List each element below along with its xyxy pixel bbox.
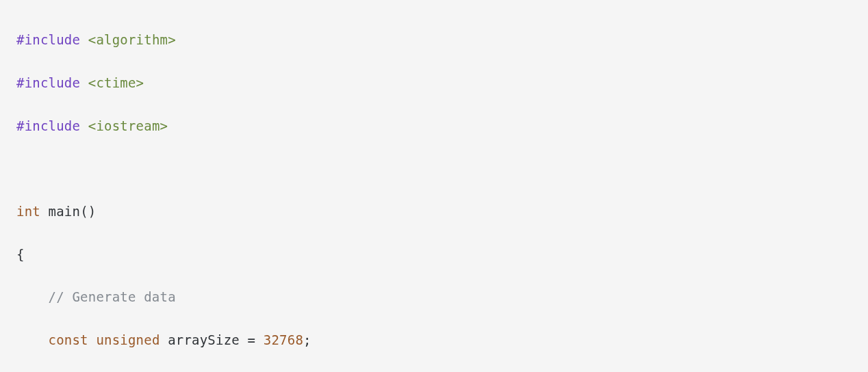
parentheses: ()	[80, 204, 96, 219]
indent	[16, 332, 49, 347]
code-line: #include <algorithm>	[16, 29, 852, 51]
keyword: const	[49, 332, 88, 347]
code-line: int main()	[16, 201, 852, 222]
type-keyword: int	[16, 204, 40, 219]
include-header: <algorithm>	[80, 32, 176, 47]
code-block: #include <algorithm> #include <ctime> #i…	[16, 8, 852, 372]
code-line: #include <ctime>	[16, 72, 852, 94]
code-line: const unsigned arraySize = 32768;	[16, 330, 852, 351]
function-name: main	[40, 204, 80, 219]
open-brace: {	[16, 247, 25, 262]
preprocessor-directive: #include	[16, 75, 80, 90]
semicolon: ;	[303, 332, 311, 347]
blank-line	[16, 158, 852, 179]
keyword: unsigned	[96, 332, 159, 347]
code-line: #include <iostream>	[16, 116, 852, 137]
code-line: {	[16, 244, 852, 265]
preprocessor-directive: #include	[16, 118, 80, 133]
preprocessor-directive: #include	[16, 32, 80, 47]
comment: // Generate data	[16, 289, 176, 304]
space	[160, 332, 168, 347]
include-header: <ctime>	[80, 75, 144, 90]
identifier: arraySize =	[168, 332, 264, 347]
number-literal: 32768	[264, 332, 303, 347]
include-header: <iostream>	[80, 118, 168, 133]
code-line: // Generate data	[16, 287, 852, 308]
space	[88, 332, 97, 347]
